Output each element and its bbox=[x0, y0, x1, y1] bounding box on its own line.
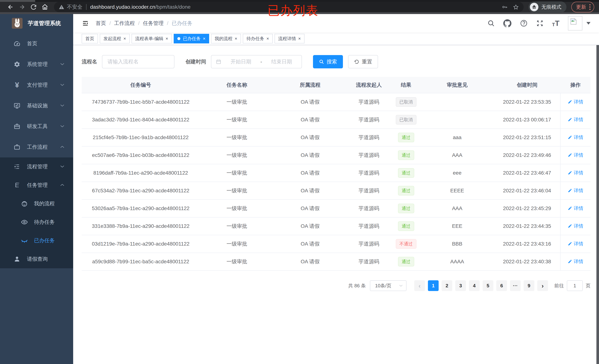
page-size-value[interactable]: 10条/页 bbox=[375, 283, 391, 289]
url-path[interactable]: /bpm/task/done bbox=[155, 4, 191, 10]
detail-button-label[interactable]: 详情 bbox=[574, 223, 583, 229]
tab-close-icon[interactable]: × bbox=[166, 36, 168, 41]
tab-close-icon[interactable]: × bbox=[298, 36, 301, 41]
detail-button-label[interactable]: 详情 bbox=[574, 170, 583, 176]
detail-button[interactable]: 详情 bbox=[568, 116, 583, 123]
view-tab-label[interactable]: 流程详情 bbox=[278, 36, 296, 42]
bookmark-star-icon[interactable] bbox=[513, 4, 519, 10]
detail-button[interactable]: 详情 bbox=[568, 99, 583, 105]
detail-button[interactable]: 详情 bbox=[568, 205, 583, 212]
help-icon[interactable] bbox=[520, 19, 528, 27]
detail-button-label[interactable]: 详情 bbox=[574, 134, 583, 141]
page-scrollbar[interactable] bbox=[596, 14, 599, 364]
detail-button[interactable]: 详情 bbox=[568, 258, 583, 265]
sidebar-item-workflow[interactable]: 工作流程 bbox=[0, 137, 73, 157]
view-tab[interactable]: 首页 bbox=[82, 34, 98, 44]
detail-button-label[interactable]: 详情 bbox=[574, 240, 583, 247]
pagination-page-button[interactable]: 3 bbox=[455, 280, 466, 291]
search-button[interactable]: 搜索 bbox=[313, 55, 343, 68]
sidebar-item-done-tasks[interactable]: 已办任务 bbox=[0, 231, 73, 250]
cell-starter: 芋道源码 bbox=[346, 217, 391, 235]
start-date-placeholder[interactable]: 开始日期 bbox=[225, 58, 256, 65]
browser-active-tab[interactable] bbox=[0, 0, 35, 2]
view-tab-label[interactable]: 流程表单-编辑 bbox=[135, 36, 163, 42]
tab-close-icon[interactable]: × bbox=[266, 36, 269, 41]
security-label[interactable]: 不安全 bbox=[67, 3, 82, 10]
detail-button-label[interactable]: 详情 bbox=[574, 258, 583, 265]
browser-back-button[interactable] bbox=[5, 2, 16, 12]
process-name-input[interactable] bbox=[107, 59, 169, 65]
view-tab[interactable]: 发起流程 × bbox=[100, 34, 130, 44]
browser-forward-button[interactable] bbox=[16, 2, 28, 12]
view-tab[interactable]: 我的流程 × bbox=[211, 34, 241, 44]
view-tab-label[interactable]: 已办任务 bbox=[183, 36, 201, 42]
avatar[interactable] bbox=[568, 16, 582, 30]
font-size-icon[interactable] bbox=[552, 19, 559, 27]
tab-close-icon[interactable]: × bbox=[203, 36, 205, 41]
sidebar-item-payment[interactable]: ¥ 支付管理 bbox=[0, 75, 73, 95]
detail-button-label[interactable]: 详情 bbox=[574, 99, 583, 105]
sidebar-item-todo-tasks[interactable]: 待办任务 bbox=[0, 213, 73, 231]
detail-button[interactable]: 详情 bbox=[568, 240, 583, 247]
pagination-next-button[interactable] bbox=[537, 280, 548, 291]
view-tab-label[interactable]: 首页 bbox=[85, 36, 94, 42]
page-size-select[interactable]: 10条/页 bbox=[370, 280, 406, 291]
end-date-placeholder[interactable]: 结束日期 bbox=[266, 58, 297, 65]
detail-button-label[interactable]: 详情 bbox=[574, 116, 583, 123]
sidebar-item-process-management[interactable]: 流程管理 bbox=[0, 157, 73, 176]
pagination-prev-button[interactable] bbox=[414, 280, 425, 291]
goto-page-input[interactable] bbox=[567, 280, 583, 291]
pagination-page-button[interactable]: 1 bbox=[428, 280, 439, 291]
github-icon[interactable] bbox=[503, 19, 511, 27]
detail-button[interactable]: 详情 bbox=[568, 152, 583, 158]
sidebar-item-leave-query[interactable]: 请假查询 bbox=[0, 250, 73, 268]
detail-button-label[interactable]: 详情 bbox=[574, 187, 583, 194]
view-tab[interactable]: 流程详情 × bbox=[274, 34, 305, 44]
detail-button[interactable]: 详情 bbox=[568, 170, 583, 176]
fullscreen-icon[interactable] bbox=[536, 20, 544, 27]
reset-button[interactable]: 重置 bbox=[348, 55, 378, 68]
password-key-icon[interactable] bbox=[502, 4, 508, 10]
sidebar-item-my-process[interactable]: 我的流程 bbox=[0, 194, 73, 213]
browser-home-button[interactable] bbox=[39, 2, 51, 12]
header-search-icon[interactable] bbox=[487, 20, 495, 27]
pagination-page-button[interactable]: 6 bbox=[496, 280, 507, 291]
detail-button-label[interactable]: 详情 bbox=[574, 152, 583, 158]
view-tab[interactable]: 待办任务 × bbox=[243, 34, 273, 44]
sidebar-item-home[interactable]: 首页 bbox=[0, 33, 73, 54]
detail-button[interactable]: 详情 bbox=[568, 187, 583, 194]
pagination-page-button[interactable]: 4 bbox=[469, 280, 480, 291]
breadcrumb-home[interactable]: 首页 bbox=[96, 20, 106, 27]
sidebar-logo-row[interactable]: 芋道管理系统 bbox=[0, 14, 73, 33]
pagination-page-button[interactable]: 5 bbox=[483, 280, 493, 291]
url-host[interactable]: dashboard.yudao.iocoder.cn bbox=[90, 4, 155, 10]
pagination-page-button[interactable]: ··· bbox=[510, 280, 521, 291]
pagination-page-button[interactable]: 2 bbox=[441, 280, 452, 291]
user-menu[interactable] bbox=[568, 16, 590, 30]
browser-reload-button[interactable] bbox=[28, 2, 39, 12]
browser-update-button[interactable]: 更新 bbox=[571, 2, 594, 12]
sidebar-item-system[interactable]: 系统管理 bbox=[0, 54, 73, 75]
detail-button[interactable]: 详情 bbox=[568, 134, 583, 141]
view-tab[interactable]: 已办任务 × bbox=[174, 34, 209, 44]
sidebar-item-infrastructure[interactable]: 基础设施 bbox=[0, 95, 73, 116]
detail-button[interactable]: 详情 bbox=[568, 223, 583, 229]
sidebar-item-task-management[interactable]: 任务管理 bbox=[0, 176, 73, 194]
breadcrumb-workflow[interactable]: 工作流程 bbox=[114, 20, 135, 27]
tab-close-icon[interactable]: × bbox=[123, 36, 126, 41]
sidebar-collapse-button[interactable] bbox=[82, 20, 89, 27]
search-button-label[interactable]: 搜索 bbox=[327, 58, 337, 65]
view-tab[interactable]: 流程表单-编辑 × bbox=[132, 34, 172, 44]
view-tab-label[interactable]: 待办任务 bbox=[247, 36, 264, 42]
reset-button-label[interactable]: 重置 bbox=[362, 58, 372, 65]
detail-button-label[interactable]: 详情 bbox=[574, 205, 583, 212]
date-range-picker[interactable]: 开始日期 - 结束日期 bbox=[211, 55, 302, 68]
tab-close-icon[interactable]: × bbox=[235, 36, 237, 41]
browser-menu-icon[interactable] bbox=[589, 4, 590, 10]
breadcrumb-task-management[interactable]: 任务管理 bbox=[143, 20, 164, 27]
update-label[interactable]: 更新 bbox=[576, 4, 586, 10]
pagination-page-button[interactable]: 9 bbox=[524, 280, 534, 291]
view-tab-label[interactable]: 发起流程 bbox=[104, 36, 121, 42]
view-tab-label[interactable]: 我的流程 bbox=[215, 36, 232, 42]
sidebar-item-dev-tools[interactable]: 研发工具 bbox=[0, 116, 73, 137]
